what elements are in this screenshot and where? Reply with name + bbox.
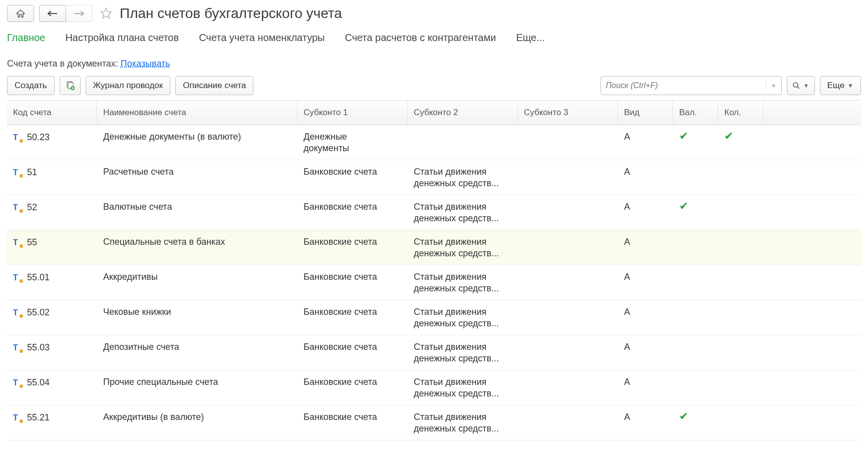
cell-vid: А	[618, 370, 673, 394]
table-row[interactable]: T50.23Денежные документы (в валюте)Денеж…	[7, 125, 861, 160]
cell-val	[673, 160, 718, 184]
cell-code: T55.02	[7, 300, 97, 324]
cell-code: T50.23	[7, 125, 97, 149]
account-t-icon: T	[13, 133, 22, 142]
cell-name: Аккредитивы (в валюте)	[97, 405, 298, 429]
cell-kol: ✔	[718, 125, 763, 149]
account-t-icon: T	[13, 203, 22, 212]
col-sub1[interactable]: Субконто 1	[298, 101, 408, 125]
star-icon	[100, 7, 113, 20]
cell-code: T55.04	[7, 370, 97, 394]
cell-val: ✔	[673, 125, 718, 149]
cell-code: T55.03	[7, 335, 97, 359]
account-t-icon: T	[13, 308, 22, 317]
code-value: 55	[27, 237, 37, 248]
table-row[interactable]: T52Валютные счетаБанковские счетаСтатьи …	[7, 195, 861, 230]
cell-kol	[718, 230, 763, 254]
cell-sub2: Статьи движенияденежных средств...	[408, 405, 518, 440]
back-button[interactable]	[39, 5, 66, 22]
cell-name: Прочие специальные счета	[97, 370, 298, 394]
cell-sub2: Статьи движенияденежных средств...	[408, 160, 518, 195]
favorite-button[interactable]	[98, 5, 115, 22]
col-val[interactable]: Вал.	[673, 101, 718, 125]
journal-button[interactable]: Журнал проводок	[86, 76, 171, 95]
cell-sub1: Банковские счета	[298, 195, 408, 219]
create-button[interactable]: Создать	[7, 76, 55, 95]
chevron-down-icon: ▼	[803, 83, 809, 89]
table-row[interactable]: T55.01АккредитивыБанковские счетаСтатьи …	[7, 265, 861, 300]
cell-name: Чековые книжки	[97, 300, 298, 324]
cell-vid: А	[618, 405, 673, 429]
code-value: 55.21	[27, 412, 50, 423]
tab-0[interactable]: Главное	[7, 32, 45, 46]
table-row[interactable]: T55Специальные счета в банкахБанковские …	[7, 230, 861, 265]
cell-sub3	[518, 405, 618, 429]
table-row[interactable]: T51Расчетные счетаБанковские счетаСтатьи…	[7, 160, 861, 195]
cell-kol	[718, 405, 763, 429]
col-name[interactable]: Наименование счета	[97, 101, 298, 125]
cell-code: T55	[7, 230, 97, 254]
cell-vid: А	[618, 335, 673, 359]
tab-4[interactable]: Еще...	[516, 32, 544, 46]
code-value: 55.03	[27, 342, 50, 353]
table-row[interactable]: T55.03Депозитные счетаБанковские счетаСт…	[7, 335, 861, 370]
code-value: 55.01	[27, 272, 50, 283]
cell-sub1: Банковские счета	[298, 300, 408, 324]
search-icon	[792, 82, 800, 90]
cell-name: Денежные документы (в валюте)	[97, 125, 298, 149]
cell-sub1: Банковские счета	[298, 370, 408, 394]
cell-sub2: Статьи движенияденежных средств...	[408, 370, 518, 405]
cell-sub3	[518, 370, 618, 394]
cell-vid: А	[618, 230, 673, 254]
table-row[interactable]: T55.04Прочие специальные счетаБанковские…	[7, 370, 861, 405]
cell-vid: А	[618, 125, 673, 149]
cell-val: ✔	[673, 195, 718, 219]
cell-sub3	[518, 335, 618, 359]
cell-kol	[718, 300, 763, 324]
cell-kol	[718, 370, 763, 394]
tab-1[interactable]: Настройка плана счетов	[65, 32, 179, 46]
search-input[interactable]	[601, 81, 766, 90]
cell-sub2: Статьи движенияденежных средств...	[408, 335, 518, 370]
col-sub3[interactable]: Субконто 3	[518, 101, 618, 125]
copy-plus-icon	[66, 81, 75, 90]
doc-hint-prefix: Счета учета в документах:	[7, 59, 121, 69]
code-value: 50.23	[27, 132, 50, 143]
check-icon: ✔	[679, 130, 688, 142]
doc-hint-link[interactable]: Показывать	[121, 59, 170, 69]
arrow-right-icon	[74, 10, 85, 17]
cell-sub2: Статьи движенияденежных средств...	[408, 300, 518, 335]
cell-sub2: Статьи движенияденежных средств...	[408, 230, 518, 265]
table-header: Код счета Наименование счета Субконто 1 …	[7, 101, 861, 125]
cell-val	[673, 265, 718, 289]
cell-val	[673, 335, 718, 359]
col-kol[interactable]: Кол.	[718, 101, 763, 125]
cell-sub2	[408, 125, 518, 149]
home-button[interactable]	[7, 5, 34, 22]
cell-sub1: Банковские счета	[298, 160, 408, 184]
tab-3[interactable]: Счета расчетов с контрагентами	[345, 32, 496, 46]
search-clear-button[interactable]: ×	[766, 82, 781, 90]
cell-kol	[718, 335, 763, 359]
cell-sub3	[518, 125, 618, 149]
page-title: План счетов бухгалтерского учета	[120, 6, 342, 22]
cell-kol	[718, 265, 763, 289]
cell-sub1: Денежныедокументы	[298, 125, 408, 160]
search-field[interactable]: ×	[601, 76, 782, 95]
chevron-down-icon: ▼	[847, 82, 853, 89]
cell-name: Аккредитивы	[97, 265, 298, 289]
col-vid[interactable]: Вид	[618, 101, 673, 125]
table-row[interactable]: T55.02Чековые книжкиБанковские счетаСтат…	[7, 300, 861, 335]
tab-2[interactable]: Счета учета номенклатуры	[199, 32, 325, 46]
description-button[interactable]: Описание счета	[175, 76, 253, 95]
table-row[interactable]: T55.21Аккредитивы (в валюте)Банковские с…	[7, 405, 861, 440]
col-sub2[interactable]: Субконто 2	[408, 101, 518, 125]
forward-button[interactable]	[66, 5, 93, 22]
col-code[interactable]: Код счета	[7, 101, 97, 125]
code-value: 51	[27, 167, 37, 178]
cell-vid: А	[618, 195, 673, 219]
copy-create-button[interactable]	[60, 76, 81, 95]
cell-name: Валютные счета	[97, 195, 298, 219]
search-settings-button[interactable]: ▼	[787, 76, 815, 95]
more-button[interactable]: Еще▼	[820, 76, 861, 95]
